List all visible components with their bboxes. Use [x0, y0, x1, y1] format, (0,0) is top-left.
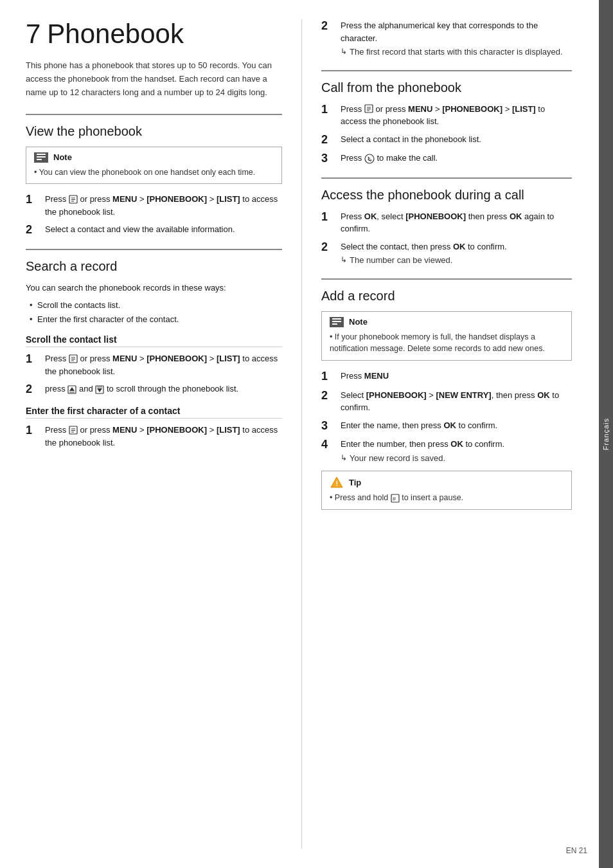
access-step-2: 2 Select the contact, then press OK to c…	[321, 240, 572, 267]
view-note-body: You can view the phonebook on one handse…	[34, 167, 274, 179]
search-bullets: Scroll the contacts list. Enter the firs…	[26, 299, 282, 325]
step-num: 3	[321, 152, 335, 166]
call-step-2: 2 Select a contact in the phonebook list…	[321, 133, 572, 147]
add-note-item: If your phonebook memory is full, the ha…	[330, 331, 564, 356]
search-bullet-1: Scroll the contacts list.	[26, 299, 282, 312]
view-step-2: 2 Select a contact and view the availabl…	[26, 223, 282, 237]
step-num: 1	[26, 193, 40, 207]
svg-marker-15	[97, 388, 102, 392]
step-num: 2	[321, 133, 335, 147]
step-num: 1	[321, 210, 335, 224]
step-content: Select a contact in the phonebook list.	[341, 133, 572, 146]
add-step-1: 1 Press MENU	[321, 370, 572, 384]
step-content: Select [PHONEBOOK] > [NEW ENTRY], then p…	[341, 389, 572, 414]
step-num: 1	[321, 103, 335, 117]
up-icon	[67, 384, 79, 393]
page-container: Français 7Phonebook This phone has a pho…	[0, 0, 613, 868]
step-num: 2	[321, 19, 335, 33]
step-content: Enter the number, then press OK to confi…	[341, 438, 572, 464]
step-content: Press MENU	[341, 370, 572, 383]
view-note-item: You can view the phonebook on one handse…	[34, 167, 274, 179]
tip-icon: !	[330, 476, 344, 488]
svg-rect-27	[332, 318, 341, 320]
svg-text:#: #	[393, 496, 396, 502]
step-content: Select the contact, then press OK to con…	[341, 240, 572, 267]
view-note-box: Note You can view the phonebook on one h…	[26, 147, 282, 185]
phone-icon	[69, 194, 80, 204]
add-step-4: 4 Enter the number, then press OK to con…	[321, 438, 572, 464]
step-content: Press or press MENU > [PHONEBOOK] > [LIS…	[341, 103, 572, 128]
call-icon: ✆	[364, 153, 377, 163]
search-bullet-2: Enter the first character of the contact…	[26, 313, 282, 326]
step-content: Enter the name, then press OK to confirm…	[341, 419, 572, 432]
chapter-title: 7Phonebook	[26, 19, 282, 49]
step-content: Select a contact and view the available …	[45, 223, 282, 236]
divider-search	[26, 249, 282, 250]
call-step-3: 3 Press ✆ to make the call.	[321, 152, 572, 166]
step-content: Press the alphanumerical key that corres…	[341, 19, 572, 59]
add-steps: 1 Press MENU 2 Select [PHONEBOOK] > [NEW…	[321, 370, 572, 464]
step-num: 3	[321, 419, 335, 433]
step-num: 2	[321, 240, 335, 255]
add-note-header: Note	[330, 317, 564, 327]
phone-icon-small	[69, 354, 80, 363]
side-tab-label: Français	[602, 418, 610, 450]
view-note-header: Note	[34, 152, 274, 163]
chapter-title-text: Phonebook	[47, 19, 184, 49]
step-num: 1	[26, 424, 40, 438]
add-note-body: If your phonebook memory is full, the ha…	[330, 331, 564, 356]
page-footer: EN 21	[566, 846, 587, 855]
enter-char-subtitle: Enter the first character of a contact	[26, 406, 282, 419]
section-call-title: Call from the phonebook	[321, 80, 572, 95]
enter-char-steps: 1 Press or press MENU > [PHONEBOOK] > [L…	[26, 424, 282, 449]
section-search-title: Search a record	[26, 259, 282, 274]
view-steps: 1 Press or press MENU > [PHONEBOOK] > [L…	[26, 193, 282, 237]
svg-marker-12	[69, 387, 75, 391]
step-content: Press or press MENU > [PHONEBOOK] > [LIS…	[45, 352, 282, 377]
add-note-box: Note If your phonebook memory is full, t…	[321, 311, 572, 361]
svg-text:!: !	[336, 480, 339, 487]
main-content: 7Phonebook This phone has a phonebook th…	[0, 0, 599, 868]
call-step-1: 1 Press or press MENU > [PHONEBOOK] > [L…	[321, 103, 572, 128]
step-num: 2	[26, 383, 40, 397]
add-step-2: 2 Select [PHONEBOOK] > [NEW ENTRY], then…	[321, 389, 572, 414]
step-num: 1	[321, 370, 335, 384]
step-num: 2	[26, 223, 40, 237]
add-step-3: 3 Enter the name, then press OK to confi…	[321, 419, 572, 433]
step-num: 1	[26, 352, 40, 366]
step-content: Press OK, select [PHONEBOOK] then press …	[341, 210, 572, 235]
enter-char-step2-cont: 2 Press the alphanumerical key that corr…	[321, 19, 572, 59]
scroll-step-2: 2 press and	[26, 383, 282, 397]
svg-text:✆: ✆	[368, 158, 371, 161]
sub-arrow-access: The number can be viewed.	[341, 254, 572, 267]
page-number: EN 21	[566, 846, 587, 855]
step-content: Press or press MENU > [PHONEBOOK] > [LIS…	[45, 193, 282, 218]
enter-step-2: 2 Press the alphanumerical key that corr…	[321, 19, 572, 59]
side-tab: Français	[599, 0, 613, 868]
access-steps: 1 Press OK, select [PHONEBOOK] then pres…	[321, 210, 572, 267]
svg-rect-0	[37, 154, 46, 155]
scroll-steps: 1 Press or press MENU > [PHONEBOOK] > [L…	[26, 352, 282, 397]
section-view-title: View the phonebook	[26, 124, 282, 139]
step-num: 4	[321, 438, 335, 452]
section-add-title: Add a record	[321, 289, 572, 303]
enter-step-1: 1 Press or press MENU > [PHONEBOOK] > [L…	[26, 424, 282, 449]
svg-rect-2	[37, 159, 42, 160]
tip-item: Press and hold # to insert a pause.	[330, 492, 564, 504]
svg-rect-29	[332, 323, 337, 325]
divider-call	[321, 70, 572, 71]
left-column: 7Phonebook This phone has a phonebook th…	[26, 19, 302, 849]
divider-add	[321, 278, 572, 280]
phone-icon-call	[364, 104, 376, 114]
search-intro: You can search the phonebook records in …	[26, 282, 282, 294]
tip-label: Tip	[349, 478, 361, 487]
divider-view	[26, 114, 282, 115]
step-content: press and	[45, 383, 282, 395]
phone-icon-small2	[69, 425, 80, 435]
access-step-1: 1 Press OK, select [PHONEBOOK] then pres…	[321, 210, 572, 235]
section-access-title: Access the phonebook during a call	[321, 188, 572, 203]
svg-rect-1	[37, 156, 46, 158]
divider-access	[321, 177, 572, 179]
chapter-number: 7	[26, 19, 40, 49]
view-note-label: Note	[53, 152, 72, 162]
